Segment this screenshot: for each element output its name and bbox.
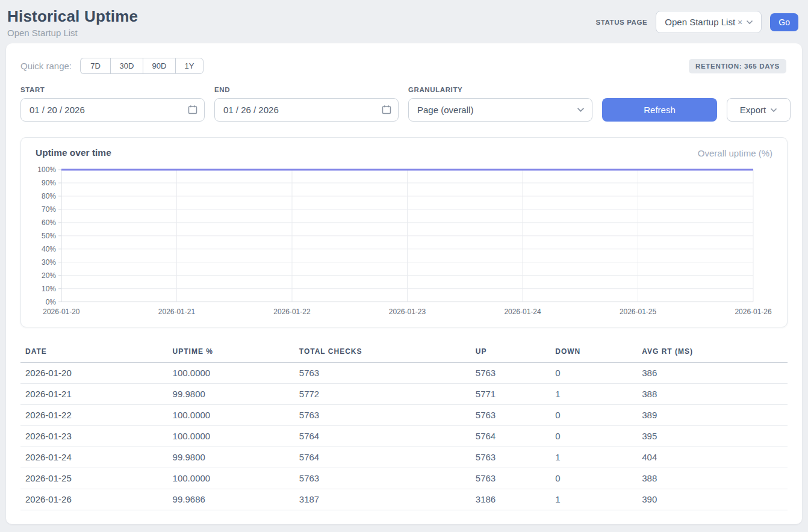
svg-text:2026-01-24: 2026-01-24 xyxy=(504,308,541,316)
filters-row: START END GRANULARIT xyxy=(20,86,788,122)
granularity-label: GRANULARITY xyxy=(408,86,592,93)
table-cell: 5764 xyxy=(294,425,471,447)
table-row: 2026-01-22100.0000576357630389 xyxy=(20,404,788,425)
table-cell: 5763 xyxy=(471,468,550,489)
table-column-header: DOWN xyxy=(550,341,637,363)
end-date-label: END xyxy=(214,86,399,93)
svg-text:90%: 90% xyxy=(42,179,56,187)
table-cell: 0 xyxy=(550,404,637,425)
table-cell: 1 xyxy=(550,489,637,510)
table-cell: 99.9686 xyxy=(168,489,294,510)
table-cell: 5763 xyxy=(471,362,550,383)
svg-text:10%: 10% xyxy=(42,285,56,293)
uptime-table: DATEUPTIME %TOTAL CHECKSUPDOWNAVG RT (MS… xyxy=(20,341,788,510)
table-column-header: DATE xyxy=(20,341,168,363)
table-row: 2026-01-2499.9800576457631404 xyxy=(20,447,788,468)
svg-text:60%: 60% xyxy=(42,218,56,227)
table-cell: 5764 xyxy=(294,447,471,468)
table-row: 2026-01-25100.0000576357630388 xyxy=(20,468,788,489)
table-row: 2026-01-2199.9800577257711388 xyxy=(20,383,788,404)
quick-range-button-7d[interactable]: 7D xyxy=(80,58,110,74)
quick-range-button-1y[interactable]: 1Y xyxy=(175,58,204,74)
table-cell: 404 xyxy=(637,447,788,468)
table-cell: 2026-01-20 xyxy=(20,362,168,383)
title-block: Historical Uptime Open Startup List xyxy=(7,7,138,38)
retention-badge: RETENTION: 365 DAYS xyxy=(689,59,786,73)
svg-text:2026-01-21: 2026-01-21 xyxy=(158,308,196,316)
table-row: 2026-01-23100.0000576457640395 xyxy=(20,425,788,447)
table-cell: 100.0000 xyxy=(168,404,294,425)
start-date-label: START xyxy=(20,86,205,93)
table-row: 2026-01-2699.9686318731861390 xyxy=(20,489,788,510)
svg-text:2026-01-22: 2026-01-22 xyxy=(273,308,311,316)
svg-text:70%: 70% xyxy=(42,205,56,214)
table-cell: 5763 xyxy=(294,404,471,425)
chart-legend: Overall uptime (%) xyxy=(698,148,772,158)
table-cell: 2026-01-26 xyxy=(20,489,168,510)
page-header: Historical Uptime Open Startup List STAT… xyxy=(0,0,808,43)
quick-range-button-90d[interactable]: 90D xyxy=(143,58,175,74)
clear-selection-icon[interactable]: × xyxy=(738,17,742,27)
svg-text:100%: 100% xyxy=(37,165,56,174)
chevron-down-icon xyxy=(577,107,585,113)
end-date-field-group: END xyxy=(214,86,399,122)
table-column-header: TOTAL CHECKS xyxy=(294,341,471,363)
go-button[interactable]: Go xyxy=(770,13,798,31)
calendar-icon[interactable] xyxy=(188,105,197,114)
start-date-input[interactable] xyxy=(20,98,205,122)
calendar-icon[interactable] xyxy=(382,105,391,114)
quick-range-button-30d[interactable]: 30D xyxy=(110,58,143,74)
svg-text:40%: 40% xyxy=(42,245,56,253)
table-cell: 2026-01-21 xyxy=(20,383,168,404)
table-cell: 5763 xyxy=(471,404,550,425)
table-header-row: DATEUPTIME %TOTAL CHECKSUPDOWNAVG RT (MS… xyxy=(20,341,788,363)
table-column-header: UPTIME % xyxy=(168,341,294,363)
page-subtitle: Open Startup List xyxy=(7,28,138,38)
svg-text:30%: 30% xyxy=(42,258,56,267)
refresh-button[interactable]: Refresh xyxy=(602,98,717,122)
table-cell: 2026-01-23 xyxy=(20,425,168,447)
table-cell: 5772 xyxy=(294,383,471,404)
page-title: Historical Uptime xyxy=(7,7,138,26)
table-cell: 5763 xyxy=(294,362,471,383)
table-cell: 1 xyxy=(550,383,637,404)
svg-text:2026-01-26: 2026-01-26 xyxy=(735,308,772,316)
end-date-input[interactable] xyxy=(214,98,399,122)
svg-text:2026-01-25: 2026-01-25 xyxy=(620,308,657,316)
main-panel: Quick range: 7D30D90D1Y RETENTION: 365 D… xyxy=(6,43,802,524)
table-cell: 389 xyxy=(637,404,788,425)
quick-range-label: Quick range: xyxy=(20,61,72,71)
svg-text:0%: 0% xyxy=(46,298,57,306)
table-cell: 5763 xyxy=(294,468,471,489)
table-cell: 0 xyxy=(550,468,637,489)
table-cell: 2026-01-24 xyxy=(20,447,168,468)
chart-title: Uptime over time xyxy=(36,147,111,158)
uptime-chart: 0%10%20%30%40%50%60%70%80%90%100%2026-01… xyxy=(36,164,772,321)
table-cell: 388 xyxy=(637,383,788,404)
table-cell: 100.0000 xyxy=(168,468,294,489)
svg-text:20%: 20% xyxy=(42,271,56,280)
status-page-label: STATUS PAGE xyxy=(595,19,647,26)
table-cell: 5763 xyxy=(471,447,550,468)
svg-text:50%: 50% xyxy=(42,232,56,240)
chevron-down-icon xyxy=(746,20,753,25)
svg-text:2026-01-20: 2026-01-20 xyxy=(43,308,80,316)
table-row: 2026-01-20100.0000576357630386 xyxy=(20,362,788,383)
table-cell: 3187 xyxy=(294,489,471,510)
table-cell: 0 xyxy=(550,362,637,383)
table-cell: 386 xyxy=(637,362,788,383)
chevron-down-icon xyxy=(770,108,777,113)
status-page-select[interactable]: Open Startup List × xyxy=(656,11,762,33)
table-cell: 1 xyxy=(550,447,637,468)
table-cell: 99.9800 xyxy=(168,383,294,404)
table-column-header: AVG RT (MS) xyxy=(637,341,788,363)
granularity-select[interactable]: Page (overall) xyxy=(408,98,592,122)
table-cell: 99.9800 xyxy=(168,447,294,468)
export-button[interactable]: Export xyxy=(727,98,791,122)
granularity-selected-value: Page (overall) xyxy=(417,105,473,115)
svg-text:80%: 80% xyxy=(42,192,56,200)
table-cell: 5771 xyxy=(471,383,550,404)
svg-text:2026-01-23: 2026-01-23 xyxy=(389,308,426,316)
quick-range-button-group: 7D30D90D1Y xyxy=(80,58,204,74)
quick-range-row: Quick range: 7D30D90D1Y RETENTION: 365 D… xyxy=(20,58,788,74)
